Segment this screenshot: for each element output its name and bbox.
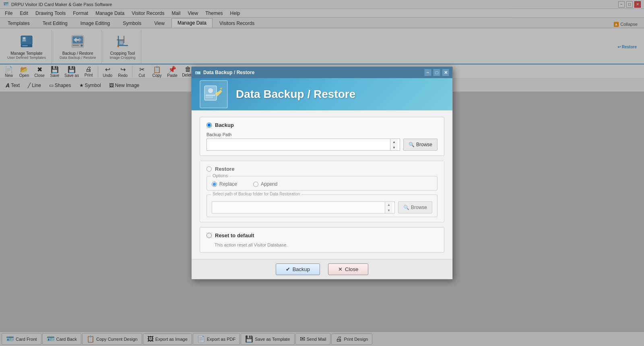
backup-radio[interactable]: [206, 122, 212, 128]
restore-radio[interactable]: [206, 166, 212, 172]
backup-path-arrows: ▲ ▼: [390, 139, 397, 150]
reset-radio-row: Reset to default: [206, 232, 438, 238]
backup-path-input-wrap: ▲ ▼: [206, 139, 400, 151]
replace-label: Replace: [219, 181, 237, 187]
backup-browse-button[interactable]: 🔍 Browse: [403, 139, 438, 151]
dialog-footer: ✔ Backup ✕ Close: [192, 259, 452, 279]
restore-path-group: Select path of Backup folder for Data Re…: [206, 195, 438, 217]
restore-path-legend: Select path of Backup folder for Data Re…: [211, 192, 301, 196]
backup-browse-label: Browse: [416, 142, 432, 147]
restore-browse-label: Browse: [411, 205, 427, 210]
restore-radio-row: Restore: [206, 166, 438, 172]
reset-note: This action reset all Visitor Database.: [206, 242, 438, 247]
svg-point-18: [208, 88, 213, 93]
dialog-minimize-button[interactable]: −: [424, 69, 431, 76]
reset-section: Reset to default This action reset all V…: [200, 227, 444, 253]
backup-radio-label: Backup: [215, 122, 234, 128]
reset-radio[interactable]: [206, 233, 212, 238]
backup-path-label: Backup Path: [206, 132, 438, 137]
banner-logo: [200, 80, 228, 108]
restore-browse-button[interactable]: 🔍 Browse: [398, 201, 432, 213]
backup-browse-icon: 🔍: [409, 142, 415, 147]
dialog-backup-button[interactable]: ✔ Backup: [276, 263, 320, 275]
close-btn-icon: ✕: [338, 266, 343, 272]
dialog-banner: Data Backup / Restore: [192, 78, 452, 110]
restore-path-input[interactable]: [212, 202, 385, 213]
restore-section: Restore Options Replace Append: [200, 161, 444, 222]
backup-radio-row: Backup: [206, 122, 438, 128]
dialog-body: Backup Backup Path ▲ ▼ 🔍 Browse: [192, 110, 452, 259]
dialog-maximize-button[interactable]: □: [433, 69, 440, 76]
restore-path-row: ▲ ▼ 🔍 Browse: [212, 201, 432, 213]
reset-radio-label: Reset to default: [215, 232, 254, 238]
dialog: 🪪 Data Backup / Restore − □ ✕ Data: [191, 66, 453, 280]
backup-btn-label: Backup: [293, 266, 310, 272]
dialog-title-icon: 🪪: [195, 70, 201, 75]
restore-browse-icon: 🔍: [403, 205, 409, 210]
options-group-label: Options: [211, 173, 229, 178]
replace-option: Replace: [212, 181, 237, 187]
backup-section: Backup Backup Path ▲ ▼ 🔍 Browse: [200, 117, 444, 156]
restore-path-up[interactable]: ▲: [385, 202, 392, 207]
append-option: Append: [253, 181, 277, 187]
dialog-title: Data Backup / Restore: [203, 70, 254, 75]
modal-overlay: 🪪 Data Backup / Restore − □ ✕ Data: [0, 0, 644, 346]
replace-radio[interactable]: [212, 182, 217, 187]
backup-btn-icon: ✔: [286, 266, 290, 272]
svg-rect-19: [206, 95, 215, 96]
restore-options-group: Options Replace Append: [206, 176, 438, 191]
dialog-close-button[interactable]: ✕: [442, 69, 449, 76]
restore-path-down[interactable]: ▼: [385, 207, 392, 213]
append-label: Append: [261, 181, 277, 187]
backup-path-input[interactable]: [207, 139, 390, 150]
backup-path-down[interactable]: ▼: [390, 145, 398, 150]
restore-path-arrows: ▲ ▼: [385, 202, 392, 213]
close-btn-label: Close: [345, 266, 358, 272]
dialog-close-action-button[interactable]: ✕ Close: [328, 263, 368, 275]
backup-path-row: ▲ ▼ 🔍 Browse: [206, 139, 438, 151]
dialog-titlebar: 🪪 Data Backup / Restore − □ ✕: [192, 67, 452, 78]
append-radio[interactable]: [253, 182, 258, 187]
options-radios: Replace Append: [212, 180, 432, 187]
svg-rect-20: [206, 97, 213, 97]
restore-path-input-wrap: ▲ ▼: [212, 201, 395, 213]
backup-path-up[interactable]: ▲: [390, 139, 398, 145]
restore-radio-label: Restore: [215, 166, 234, 172]
dialog-titlebar-controls: − □ ✕: [424, 69, 449, 76]
banner-title: Data Backup / Restore: [236, 88, 355, 101]
